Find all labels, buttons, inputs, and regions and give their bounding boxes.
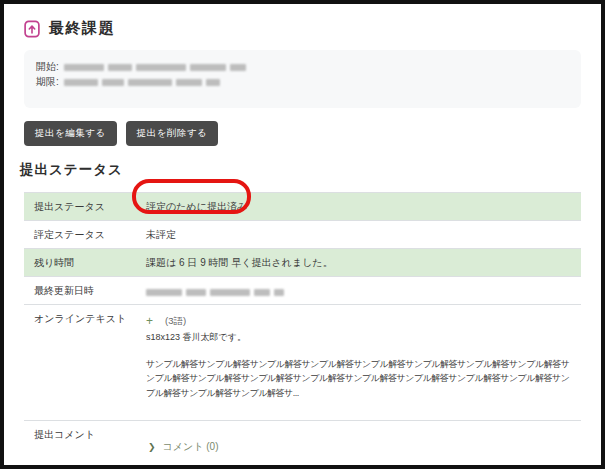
redacted-text [230, 64, 246, 71]
redacted-text [146, 289, 182, 296]
page-header: 最終課題 [24, 19, 585, 38]
table-row-online-text: オンラインテキスト + (3語) s18x123 香川太郎です。 サンプル解答サ… [24, 304, 581, 420]
row-value-redacted [142, 277, 581, 304]
redacted-text [64, 64, 104, 71]
redacted-text [254, 289, 270, 296]
redacted-text [64, 79, 98, 86]
table-row-grading-status: 評定ステータス 未評定 [24, 220, 581, 248]
redacted-text [190, 64, 226, 71]
expand-plus-icon[interactable]: + [146, 314, 153, 328]
open-date-label: 開始: [36, 60, 59, 74]
redacted-text [186, 289, 206, 296]
online-text-header: + (3語) [146, 314, 573, 328]
word-count: (3語) [165, 315, 186, 328]
submission-status-table: 提出ステータス 評定のために提出済み 評定ステータス 未評定 残り時間 課題は … [24, 192, 581, 468]
comments-link[interactable]: コメント (0) [163, 440, 219, 454]
page-title: 最終課題 [49, 19, 115, 38]
due-date-line: 期限: [36, 76, 569, 88]
row-label: 提出コメント [24, 421, 142, 468]
row-value: 未評定 [142, 221, 581, 248]
section-heading: 提出ステータス [20, 161, 585, 179]
online-text-body: サンプル解答サンプル解答サンプル解答サンプル解答サンプル解答サンプル解答サンプル… [146, 357, 573, 400]
redacted-text [176, 79, 202, 86]
row-label: 残り時間 [24, 249, 142, 276]
action-buttons: 提出を編集する 提出を削除する [24, 121, 585, 146]
chevron-right-icon[interactable]: ❯ [148, 442, 156, 452]
online-text-cell: + (3語) s18x123 香川太郎です。 サンプル解答サンプル解答サンプル解… [142, 305, 581, 420]
assignment-upload-icon [24, 20, 40, 38]
delete-submission-button[interactable]: 提出を削除する [126, 121, 219, 146]
redacted-text [206, 79, 220, 86]
redacted-text [102, 79, 124, 86]
comments-cell: ❯ コメント (0) [142, 421, 581, 468]
row-label: 評定ステータス [24, 221, 142, 248]
row-label: 提出ステータス [24, 193, 142, 220]
redacted-text [136, 64, 186, 71]
redacted-text [128, 79, 172, 86]
table-row-submission-status: 提出ステータス 評定のために提出済み [24, 192, 581, 220]
table-row-submission-comments: 提出コメント ❯ コメント (0) [24, 420, 581, 468]
redacted-text [274, 289, 284, 296]
assignment-page: 最終課題 開始: 期限: 提出を編集する 提出を削除する 提出ステータス 提出ス… [0, 0, 605, 469]
table-row-time-remaining: 残り時間 課題は 6 日 9 時間 早く提出されました。 [24, 248, 581, 276]
redacted-text [108, 64, 132, 71]
table-row-last-modified: 最終更新日時 [24, 276, 581, 304]
row-label: オンラインテキスト [24, 305, 142, 420]
due-date-label: 期限: [36, 75, 59, 89]
open-date-line: 開始: [36, 61, 569, 73]
edit-submission-button[interactable]: 提出を編集する [24, 121, 117, 146]
row-value: 評定のために提出済み [142, 193, 581, 220]
online-text-first-line: s18x123 香川太郎です。 [146, 331, 573, 344]
row-value: 課題は 6 日 9 時間 早く提出されました。 [142, 249, 581, 276]
row-label: 最終更新日時 [24, 277, 142, 304]
redacted-text [210, 289, 250, 296]
dates-box: 開始: 期限: [24, 50, 581, 108]
